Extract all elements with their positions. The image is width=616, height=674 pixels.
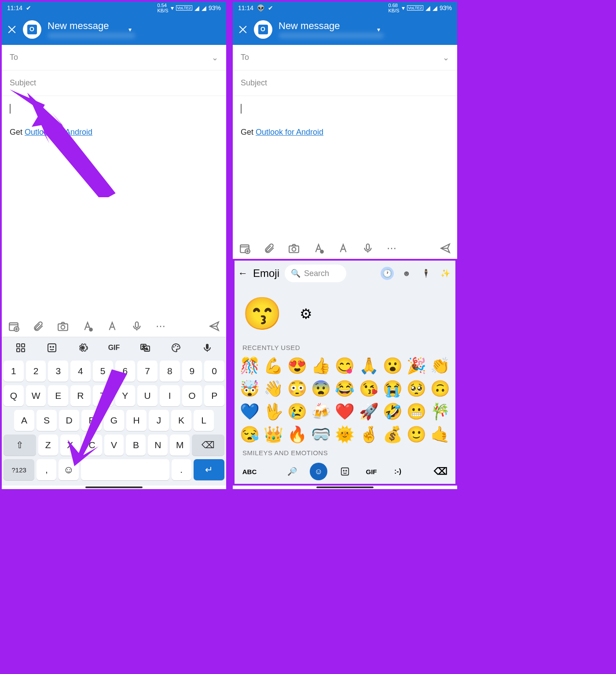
emoji-item[interactable]: 🤞 (358, 425, 379, 444)
emoji-tab-celebration[interactable]: ✨ (439, 267, 452, 280)
key-H[interactable]: H (126, 410, 147, 431)
font-color-icon[interactable] (313, 243, 324, 254)
emoji-item[interactable]: 🖖 (263, 402, 284, 421)
expand-recipients-icon[interactable]: ⌄ (212, 53, 218, 63)
emoji-item[interactable]: 🎊 (239, 357, 260, 375)
emoji-item[interactable]: 💙 (239, 402, 260, 421)
header-from-email[interactable] (48, 33, 136, 39)
key-3[interactable]: 3 (48, 361, 68, 382)
key-K[interactable]: K (171, 410, 191, 431)
key-1[interactable]: 1 (4, 361, 24, 382)
gif-tab-button[interactable]: GIF (363, 463, 380, 480)
comma-key[interactable]: , (37, 459, 56, 480)
message-body[interactable]: Get Outlook for Android (233, 96, 457, 238)
key-Y[interactable]: Y (115, 385, 136, 406)
close-button[interactable] (7, 25, 17, 34)
key-0[interactable]: 0 (204, 361, 224, 382)
voice-icon[interactable] (201, 342, 213, 354)
emoji-tab-button[interactable]: ☺ (310, 463, 327, 480)
camera-icon[interactable] (57, 320, 69, 332)
key-O[interactable]: O (182, 385, 202, 406)
key-4[interactable]: 4 (70, 361, 91, 382)
account-avatar[interactable] (254, 20, 272, 39)
font-icon[interactable] (106, 320, 118, 332)
key-R[interactable]: R (70, 385, 91, 406)
key-W[interactable]: W (26, 385, 46, 406)
key-P[interactable]: P (204, 385, 224, 406)
attachment-icon[interactable] (33, 320, 44, 332)
key-2[interactable]: 2 (26, 361, 46, 382)
emoji-item[interactable]: 😘 (358, 379, 379, 398)
key-Q[interactable]: Q (4, 385, 24, 406)
send-icon[interactable] (440, 243, 451, 254)
emoji-item[interactable]: 😋 (334, 357, 356, 375)
key-U[interactable]: U (137, 385, 158, 406)
key-T[interactable]: T (93, 385, 113, 406)
symbols-key[interactable]: ?123 (4, 459, 34, 480)
subject-field[interactable]: Subject (2, 70, 226, 96)
emoji-item[interactable]: 😭 (382, 379, 403, 398)
subject-field[interactable]: Subject (233, 70, 457, 96)
emoji-settings-gear-icon[interactable]: ⚙ (300, 306, 312, 322)
emoji-item[interactable]: 🥽 (311, 425, 332, 444)
period-key[interactable]: . (172, 459, 191, 480)
emoji-item[interactable]: 🙏 (358, 357, 379, 375)
emoji-item[interactable]: 🤣 (382, 402, 403, 421)
emoji-item[interactable]: 🤙 (430, 425, 451, 444)
shift-key[interactable]: ⇧ (4, 435, 36, 456)
emoji-item[interactable]: 👑 (263, 425, 284, 444)
emoji-item[interactable]: 🤯 (239, 379, 260, 398)
key-C[interactable]: C (82, 435, 102, 456)
emoji-item[interactable]: 😨 (311, 379, 332, 398)
emoji-item[interactable]: 🔥 (286, 425, 308, 444)
emoji-item[interactable]: 🎋 (430, 402, 451, 421)
emoji-item[interactable]: 😪 (239, 425, 260, 444)
emoji-tab-smileys[interactable]: ☻ (400, 267, 413, 280)
message-body[interactable]: Get Outlook for Android (2, 96, 226, 316)
emoji-item[interactable]: 👋 (263, 379, 284, 398)
key-N[interactable]: N (148, 435, 168, 456)
key-I[interactable]: I (160, 385, 180, 406)
outlook-link[interactable]: Outlook for Android (256, 128, 323, 136)
emoji-item[interactable]: 🥺 (406, 379, 427, 398)
sticker-tab-button[interactable] (336, 463, 354, 480)
emoji-item[interactable]: 😍 (286, 357, 308, 375)
emoji-item[interactable]: 🚀 (358, 402, 379, 421)
palette-icon[interactable] (170, 342, 182, 354)
account-chevron-icon[interactable]: ▾ (377, 26, 380, 33)
translate-icon[interactable]: 文A (139, 342, 151, 354)
key-5[interactable]: 5 (93, 361, 113, 382)
to-field[interactable]: To ⌄ (2, 45, 226, 70)
gif-label[interactable]: GIF (108, 342, 120, 354)
to-field[interactable]: To ⌄ (233, 45, 457, 70)
account-avatar[interactable] (23, 20, 41, 39)
key-8[interactable]: 8 (160, 361, 180, 382)
abc-button[interactable]: ABC (241, 463, 258, 480)
calendar-add-icon[interactable] (239, 243, 250, 254)
attachment-icon[interactable] (264, 243, 275, 254)
emoji-back-button[interactable]: ← (238, 268, 248, 279)
emoji-item[interactable]: 😂 (334, 379, 356, 398)
key-7[interactable]: 7 (137, 361, 158, 382)
key-S[interactable]: S (37, 410, 57, 431)
key-E[interactable]: E (48, 385, 68, 406)
emoji-item[interactable]: 😳 (286, 379, 308, 398)
key-V[interactable]: V (104, 435, 124, 456)
emoji-item[interactable]: 🎉 (406, 357, 427, 375)
mic-icon[interactable] (131, 320, 143, 332)
emoji-item[interactable]: 💰 (382, 425, 403, 444)
more-icon[interactable]: ⋯ (156, 320, 167, 332)
enter-key[interactable]: ↵ (194, 459, 224, 480)
emoji-item[interactable]: 😢 (286, 402, 308, 421)
emoji-item[interactable]: 💪 (263, 357, 284, 375)
expand-recipients-icon[interactable]: ⌄ (443, 53, 449, 63)
key-A[interactable]: A (14, 410, 34, 431)
key-D[interactable]: D (59, 410, 79, 431)
calendar-add-icon[interactable] (8, 320, 19, 332)
key-J[interactable]: J (149, 410, 169, 431)
emoji-item[interactable]: 🌞 (334, 425, 356, 444)
sticker-icon[interactable] (46, 342, 58, 354)
key-B[interactable]: B (126, 435, 146, 456)
emoji-item[interactable]: 😮 (382, 357, 403, 375)
emoji-tab-recent[interactable]: 🕐 (381, 267, 394, 280)
